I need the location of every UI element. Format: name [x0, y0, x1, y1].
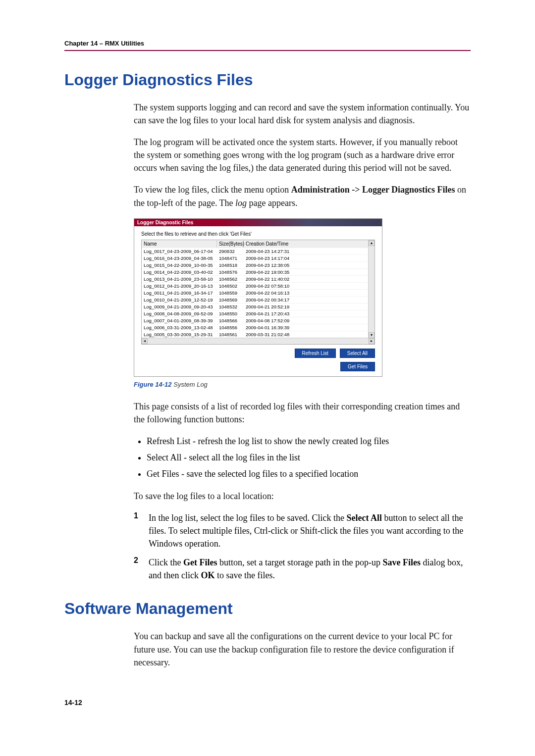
bullet-selectall: Select All - select all the log files in… — [147, 451, 471, 464]
section-title-logger: Logger Diagnostics Files — [64, 71, 471, 89]
figure-caption: Figure 14-12 System Log — [134, 381, 471, 388]
table-row[interactable]: Log_0005_03-30-2009_15-29-3110485612009-… — [142, 331, 374, 338]
table-row[interactable]: Log_0007_04-01-2009_08-39-3910485662009-… — [142, 317, 374, 324]
para-logger-2: The log program will be activated once t… — [134, 136, 471, 174]
para-after-fig: This page consists of a list of recorded… — [134, 400, 471, 426]
step-1: 1 In the log list, select the log files … — [134, 511, 471, 550]
bullet-refresh: Refresh List - refresh the log list to s… — [147, 435, 471, 448]
table-row[interactable]: Log_0008_04-08-2009_09-52-0910485502009-… — [142, 310, 374, 317]
scroll-right-icon[interactable]: ▸ — [369, 338, 374, 344]
table-row[interactable]: Log_0006_03-31-2009_13-02-4810485562009-… — [142, 324, 374, 331]
screenshot-table: Name Size(Bytes) Creation Date/Time Log_… — [141, 240, 375, 345]
table-row[interactable]: Log_0010_04-21-2009_12-52-1910485692009-… — [142, 296, 374, 303]
bullet-getfiles: Get Files - save the selected log files … — [147, 467, 471, 481]
para-save-intro: To save the log files to a local locatio… — [134, 490, 471, 503]
col-header-date[interactable]: Creation Date/Time — [244, 240, 374, 248]
step-2: 2 Click the Get Files button, set a targ… — [134, 556, 471, 582]
table-row[interactable]: Log_0016_04-23-2009_04-38-0510484712009-… — [142, 254, 374, 261]
page-number: 14-12 — [64, 699, 471, 706]
scrollbar-vertical[interactable]: ▴ ▾ — [368, 240, 374, 338]
screenshot-titlebar: Logger Diagnostic Files — [134, 219, 382, 226]
section-title-software: Software Management — [64, 600, 471, 618]
col-header-size[interactable]: Size(Bytes) — [217, 240, 244, 248]
col-header-name[interactable]: Name — [142, 240, 217, 248]
get-files-button[interactable]: Get Files — [340, 362, 375, 371]
screenshot-logger-files: Logger Diagnostic Files Select the files… — [134, 218, 471, 377]
para-software: You can backup and save all the configur… — [134, 630, 471, 668]
select-all-button[interactable]: Select All — [340, 349, 375, 358]
refresh-list-button[interactable]: Refresh List — [295, 349, 336, 358]
chapter-header: Chapter 14 – RMX Utilities — [64, 40, 471, 47]
table-row[interactable]: Log_0011_04-21-2009_16-34-1710485592009-… — [142, 289, 374, 296]
table-row[interactable]: Log_0015_04-22-2009_10-00-3510485182009-… — [142, 261, 374, 268]
table-row[interactable]: Log_0012_04-21-2009_20-16-1310485022009-… — [142, 282, 374, 289]
table-row[interactable]: Log_0013_04-21-2009_23-58-1010485622009-… — [142, 275, 374, 282]
screenshot-instruction: Select the files to retrieve and then cl… — [141, 231, 375, 237]
scroll-left-icon[interactable]: ◂ — [142, 338, 148, 344]
table-row[interactable]: Log_0017_04-23-2009_06-17-042908322009-0… — [142, 248, 374, 254]
para-logger-3: To view the log files, click the menu op… — [134, 183, 471, 209]
scrollbar-horizontal[interactable]: ◂ ▸ — [142, 338, 374, 344]
header-rule — [64, 50, 471, 51]
scroll-down-icon[interactable]: ▾ — [369, 332, 374, 338]
table-row[interactable]: Log_0014_04-22-2009_03-40-0210485762009-… — [142, 268, 374, 275]
para-logger-1: The system supports logging and can reco… — [134, 101, 471, 127]
table-row[interactable]: Log_0009_04-21-2009_09-20-4310485322009-… — [142, 303, 374, 310]
function-bullets: Refresh List - refresh the log list to s… — [134, 435, 471, 481]
scroll-up-icon[interactable]: ▴ — [369, 240, 374, 246]
